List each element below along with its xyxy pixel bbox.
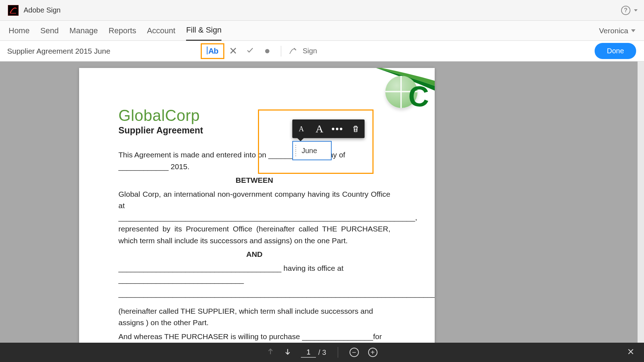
scrollbar[interactable] [638, 62, 644, 343]
total-pages-label: / 3 [318, 348, 326, 357]
app-menu-caret-icon[interactable] [634, 9, 638, 11]
doc-and: AND [118, 249, 390, 260]
fill-sign-toolbar: Supplier Agreement 2015 June Ab ✕ Sign D… [0, 41, 644, 62]
nav-manage[interactable]: Manage [69, 21, 98, 40]
sign-label: Sign [303, 47, 317, 55]
check-mark-tool[interactable] [241, 44, 259, 59]
current-page-input[interactable] [301, 347, 316, 358]
close-pager-button[interactable] [627, 348, 635, 357]
doc-para2b: ________________________________________… [118, 288, 390, 300]
doc-para4: And whereas THE PURCHASER is willing to … [118, 331, 390, 343]
signature-icon [288, 47, 298, 56]
user-menu[interactable]: Veronica [599, 26, 635, 35]
document-page[interactable]: C GlobalCorp Supplier Agreement This Agr… [79, 68, 435, 343]
decrease-text-size-button[interactable]: A [294, 122, 308, 136]
delete-field-button[interactable] [348, 122, 363, 136]
doc-line-intro: This Agreement is made and entered into … [118, 149, 390, 172]
sign-tool[interactable]: Sign [288, 47, 317, 56]
document-canvas[interactable]: C GlobalCorp Supplier Agreement This Agr… [0, 62, 644, 343]
text-field-value: June [302, 147, 317, 155]
doc-between: BETWEEN [118, 175, 390, 186]
document-title: Supplier Agreement 2015 June [7, 47, 110, 55]
page-indicator: / 3 [301, 347, 326, 358]
main-nav: Home Send Manage Reports Account Fill & … [0, 21, 644, 41]
globalcorp-logo: C [385, 76, 420, 111]
doc-para1: Global Corp, an international non-govern… [118, 189, 390, 247]
app-title: Adobe Sign [24, 6, 60, 14]
cross-mark-tool[interactable]: ✕ [224, 44, 241, 59]
increase-text-size-button[interactable]: A [312, 122, 327, 136]
more-options-button[interactable]: ••• [330, 122, 345, 136]
nav-home[interactable]: Home [9, 21, 30, 40]
zoom-out-button[interactable]: − [350, 348, 359, 357]
next-page-button[interactable] [284, 348, 292, 357]
zoom-in-button[interactable]: + [368, 348, 377, 357]
nav-send[interactable]: Send [40, 21, 59, 40]
pager-separator [338, 347, 338, 358]
text-tool-label: Ab [208, 47, 218, 56]
nav-account[interactable]: Account [147, 21, 176, 40]
previous-page-button[interactable] [267, 348, 274, 357]
app-logo [8, 5, 19, 16]
done-button[interactable]: Done [595, 43, 636, 59]
doc-para3: (hereinafter called THE SUPPLIER, which … [118, 305, 390, 329]
toolbar-separator [281, 46, 281, 57]
app-bar: Adobe Sign ? [0, 0, 644, 21]
text-input-field[interactable]: June [292, 141, 332, 160]
nav-fill-sign[interactable]: Fill & Sign [186, 20, 221, 41]
chevron-down-icon [631, 29, 635, 32]
document-body: GlobalCorp Supplier Agreement This Agree… [118, 107, 390, 343]
nav-reports[interactable]: Reports [109, 21, 136, 40]
doc-para2a: _______________________________________ … [118, 263, 390, 286]
field-format-toolbar: A A ••• [292, 119, 365, 138]
drag-handle-icon[interactable] [295, 145, 298, 157]
dot-tool[interactable] [259, 44, 276, 59]
page-navigation-bar: / 3 − + [0, 343, 644, 362]
user-name: Veronica [599, 26, 628, 35]
add-text-tool[interactable]: Ab [201, 43, 224, 59]
help-icon[interactable]: ? [621, 6, 630, 15]
